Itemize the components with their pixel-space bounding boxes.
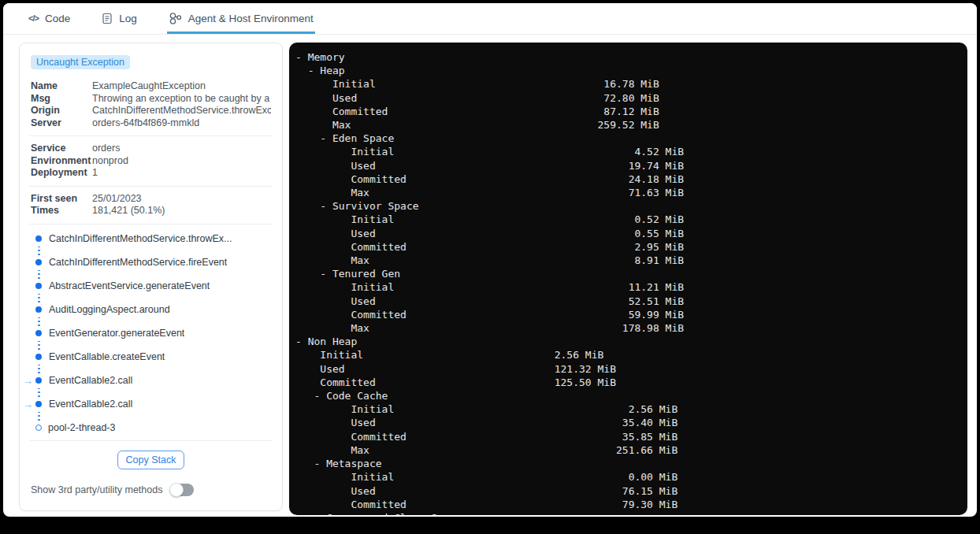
- stack-frame[interactable]: EventCallable.createEvent: [23, 352, 271, 362]
- stack-connector: [23, 410, 271, 423]
- divider: [29, 224, 273, 224]
- exception-occurrence: First seen25/01/2023Times181,421 (50.1%): [31, 194, 271, 217]
- agent-environment-terminal[interactable]: - Memory - Heap Initial 16.78 MiB Used 7…: [289, 43, 967, 515]
- detail-row: Serverorders-64fb4f869-mmkld: [31, 118, 271, 129]
- tab-agent-host-environment[interactable]: Agent & Host Environment: [167, 3, 315, 34]
- tab-log-label: Log: [119, 13, 137, 24]
- detail-label: Name: [31, 81, 92, 92]
- detail-row: Times181,421 (50.1%): [31, 206, 271, 217]
- stack-frame-label: pool-2-thread-3: [48, 422, 115, 433]
- frame-dot-icon: [35, 354, 42, 360]
- stack-frame-label: CatchInDifferentMethodService.throwEx...: [49, 233, 232, 244]
- agent-nodes-icon: [169, 12, 182, 25]
- main-content: Uncaught Exception NameExampleCaughtExce…: [3, 35, 977, 515]
- tab-code[interactable]: </> Code: [27, 3, 72, 34]
- detail-row: OriginCatchInDifferentMethodService.thro…: [31, 106, 271, 117]
- detail-label: Times: [31, 206, 92, 217]
- frame-dot-icon: [35, 306, 42, 313]
- thread-dot-icon: [35, 425, 42, 431]
- stack-trace-list: CatchInDifferentMethodService.throwEx...…: [23, 234, 271, 433]
- detail-row: Environmentnonprod: [31, 156, 271, 167]
- stack-frame[interactable]: AuditLoggingAspect.around: [23, 305, 271, 315]
- stack-frame-label: AuditLoggingAspect.around: [49, 304, 170, 315]
- memory-tree-text: - Memory - Heap Initial 16.78 MiB Used 7…: [289, 43, 967, 515]
- detail-value: 181,421 (50.1%): [92, 206, 271, 217]
- stack-frame-label: EventCallable.createEvent: [49, 351, 165, 362]
- app-window: </> Code Log: [3, 3, 977, 517]
- divider: [29, 186, 273, 187]
- code-icon: </>: [28, 13, 39, 23]
- frame-dot-icon: [35, 377, 42, 384]
- stack-frame[interactable]: EventGenerator.generateEvent: [23, 328, 271, 339]
- third-party-toggle[interactable]: [170, 484, 194, 496]
- copy-stack-button[interactable]: Copy Stack: [117, 451, 185, 469]
- detail-row: First seen25/01/2023: [31, 194, 271, 205]
- detail-label: Origin: [31, 106, 92, 117]
- frame-dot-icon: [35, 330, 42, 336]
- detail-value: Throwing an exception to be caught by a …: [92, 94, 271, 105]
- detail-label: Environment: [31, 156, 92, 167]
- stack-frame[interactable]: pool-2-thread-3: [23, 423, 271, 433]
- jump-arrow-icon: →: [23, 376, 35, 386]
- frame-dot-icon: [35, 401, 42, 407]
- stack-connector: [23, 339, 271, 352]
- tab-bar: </> Code Log: [3, 3, 977, 35]
- divider: [29, 135, 273, 136]
- stack-frame-label: AbstractEventService.generateEvent: [49, 280, 210, 291]
- tab-agent-label: Agent & Host Environment: [188, 13, 314, 24]
- detail-label: Server: [31, 118, 92, 129]
- stack-connector: [23, 244, 271, 258]
- exception-details: NameExampleCaughtExceptionMsgThrowing an…: [31, 81, 271, 128]
- frame-dot-icon: [35, 259, 42, 265]
- stack-connector: [23, 291, 271, 305]
- stack-frame[interactable]: CatchInDifferentMethodService.fireEvent: [23, 258, 271, 268]
- stack-frame[interactable]: CatchInDifferentMethodService.throwEx...: [23, 234, 271, 244]
- tab-code-label: Code: [45, 13, 70, 24]
- stack-frame[interactable]: →EventCallable2.call: [23, 399, 271, 410]
- detail-value: CatchInDifferentMethodService.throwExcep: [92, 106, 271, 117]
- detail-value: ExampleCaughtException: [92, 81, 271, 92]
- stack-frame-label: EventCallable2.call: [49, 375, 132, 386]
- stack-connector: [23, 315, 271, 328]
- stack-frame-label: EventCallable2.call: [49, 399, 132, 410]
- screenshot-root: { "tabs": [ {"label": "Code", "icon": "c…: [0, 0, 980, 534]
- stack-connector: [23, 268, 271, 281]
- detail-label: Service: [31, 143, 92, 154]
- detail-label: First seen: [31, 194, 92, 205]
- tab-log[interactable]: Log: [100, 3, 139, 34]
- stack-frame[interactable]: →EventCallable2.call: [23, 376, 271, 386]
- toggle-knob: [169, 483, 184, 497]
- stack-connector: [23, 362, 271, 376]
- detail-row: MsgThrowing an exception to be caught by…: [31, 94, 271, 105]
- detail-value: nonprod: [92, 156, 271, 167]
- third-party-toggle-label: Show 3rd party/utility methods: [31, 484, 162, 495]
- detail-row: Serviceorders: [31, 143, 271, 154]
- detail-value: 25/01/2023: [92, 194, 271, 205]
- stack-frame[interactable]: AbstractEventService.generateEvent: [23, 281, 271, 291]
- stack-connector: [23, 386, 271, 399]
- detail-label: Deployment: [31, 168, 92, 179]
- exception-type-badge: Uncaught Exception: [31, 55, 130, 69]
- jump-arrow-icon: →: [23, 399, 35, 410]
- stack-frame-label: CatchInDifferentMethodService.fireEvent: [49, 257, 227, 268]
- divider: [29, 440, 273, 441]
- frame-dot-icon: [35, 235, 42, 242]
- detail-row: Deployment1: [31, 168, 271, 179]
- log-icon: [102, 13, 113, 24]
- stack-frame-label: EventGenerator.generateEvent: [49, 328, 184, 339]
- detail-value: orders-64fb4f869-mmkld: [92, 118, 271, 129]
- detail-row: NameExampleCaughtException: [31, 81, 271, 92]
- detail-label: Msg: [31, 94, 92, 105]
- exception-context: ServiceordersEnvironmentnonprodDeploymen…: [31, 143, 271, 179]
- detail-value: orders: [92, 143, 271, 154]
- exception-panel: Uncaught Exception NameExampleCaughtExce…: [19, 43, 283, 511]
- frame-dot-icon: [35, 283, 42, 289]
- detail-value: 1: [92, 168, 271, 179]
